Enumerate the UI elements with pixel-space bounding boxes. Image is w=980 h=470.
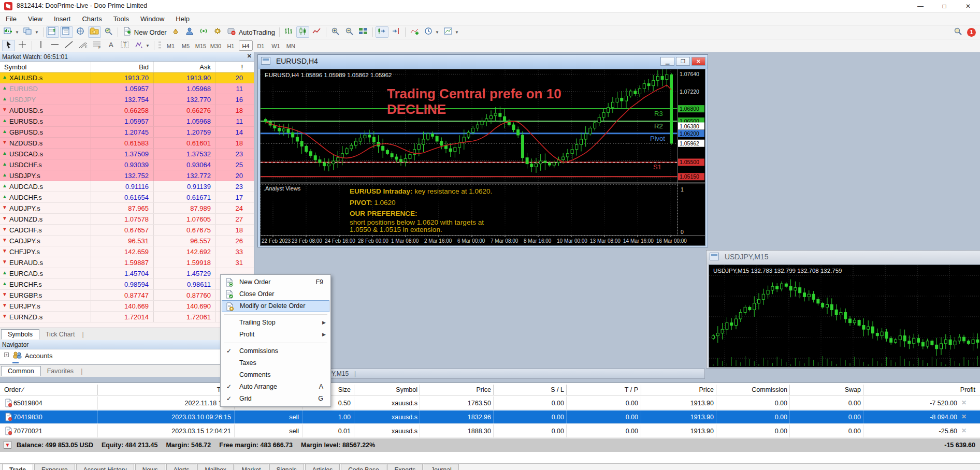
market-watch-row[interactable]: ▼EURGBP.s0.877470.87760 xyxy=(0,290,254,301)
tree-expand-icon[interactable]: + xyxy=(4,352,9,357)
menu-item-comments[interactable]: Comments xyxy=(222,369,329,381)
market-watch-row[interactable]: ▲GBPUSD.s1.207451.2075914 xyxy=(0,127,254,138)
order-row[interactable]: 650198042022.11.18 10:30.50xauusd.s1763.… xyxy=(0,396,980,410)
terminal-tab-exposure[interactable]: Exposure xyxy=(34,464,75,470)
market-watch-row[interactable]: ▲AUDCAD.s0.911160.9113923 xyxy=(0,181,254,192)
market-watch-row[interactable]: ▼AUDJPY.s87.96587.98924 xyxy=(0,203,254,214)
notification-badge[interactable]: 1 xyxy=(967,28,976,37)
chart-window-titlebar[interactable]: EURUSD,H4 ▁ ❐ ✕ xyxy=(258,55,708,69)
maximize-button[interactable]: □ xyxy=(932,0,956,12)
terminal-tab-alerts[interactable]: Alerts xyxy=(166,464,197,470)
market-watch-row[interactable]: ▼CHFJPY.s142.659142.69233 xyxy=(0,246,254,257)
new-order-button[interactable]: New Order xyxy=(121,26,168,38)
label-button[interactable]: T xyxy=(119,40,132,51)
timeframe-h1-button[interactable]: H1 xyxy=(224,40,238,51)
minimize-button[interactable]: — xyxy=(909,0,932,12)
terminal-tab-experts[interactable]: Experts xyxy=(387,464,423,470)
orders-column-header[interactable]: Size xyxy=(338,386,351,393)
orders-column-header[interactable]: Order ∕ xyxy=(4,386,24,393)
auto-scroll-button[interactable] xyxy=(376,26,388,38)
timeframe-m30-button[interactable]: M30 xyxy=(209,40,223,51)
vps-button[interactable] xyxy=(211,26,224,38)
new-chart-button[interactable]: ▼ xyxy=(2,26,21,38)
timeframe-w1-button[interactable]: W1 xyxy=(269,40,283,51)
timeframe-m5-button[interactable]: M5 xyxy=(179,40,193,51)
menu-item-close-order[interactable]: Close Order xyxy=(222,288,329,300)
close-icon[interactable]: ✕ xyxy=(247,53,252,60)
tile-windows-button[interactable] xyxy=(357,26,370,38)
eurusd-chart-area[interactable]: R3R2PivotS1Trading Central prefe on 10DE… xyxy=(260,69,705,246)
orders-column-header[interactable]: Profit xyxy=(960,386,975,393)
market-watch-row[interactable]: ▲USDJPY132.754132.77016 xyxy=(0,94,254,105)
menu-item-modify-or-delete-order[interactable]: Modify or Delete Order xyxy=(222,300,329,312)
channel-button[interactable]: E xyxy=(77,40,90,51)
terminal-toggle-button[interactable] xyxy=(88,26,101,38)
search-icon[interactable] xyxy=(953,27,963,37)
text-button[interactable]: A xyxy=(105,40,118,51)
market-watch-row[interactable]: ▲USDCHF.s0.930390.9306425 xyxy=(0,159,254,170)
close-order-icon[interactable]: ✕ xyxy=(961,427,967,434)
navigator-tab-common[interactable]: Common xyxy=(1,366,41,376)
market-watch-row[interactable]: ▲XAUUSD.s1913.701913.9020 xyxy=(0,72,254,83)
vline-button[interactable] xyxy=(35,40,48,51)
timeframe-mn-button[interactable]: MN xyxy=(284,40,298,51)
orders-column-header[interactable]: S / L xyxy=(551,386,564,393)
market-watch-row[interactable]: ▼EURNZD.s1.720141.72061 xyxy=(0,312,254,322)
market-watch-row[interactable]: ▲USDJPY.s132.752132.77220 xyxy=(0,170,254,181)
profiles-button[interactable]: ▼ xyxy=(22,26,40,38)
menu-item-commissions[interactable]: ✓Commissions xyxy=(222,345,329,357)
order-row[interactable]: 707700212023.03.15 12:04:21sell0.01xauus… xyxy=(0,424,980,438)
terminal-tab-account-history[interactable]: Account History xyxy=(76,464,134,470)
close-order-icon[interactable]: ✕ xyxy=(961,413,967,420)
trendline-button[interactable] xyxy=(63,40,76,51)
terminal-tab-code-base[interactable]: Code Base xyxy=(341,464,386,470)
menu-item-grid[interactable]: ✓GridG xyxy=(222,393,329,405)
menu-window[interactable]: Window xyxy=(135,13,170,25)
market-watch-column-spread[interactable]: ! xyxy=(241,63,243,71)
orders-column-header[interactable]: Commission xyxy=(752,386,787,393)
menu-item-taxes[interactable]: Taxes xyxy=(222,357,329,369)
zoom-out-button[interactable] xyxy=(343,26,356,38)
market-watch-tab-tick-chart[interactable]: Tick Chart xyxy=(39,330,81,340)
chart-close-button[interactable]: ✕ xyxy=(691,57,705,66)
terminal-tab-mailbox[interactable]: Mailbox xyxy=(197,464,233,470)
menu-help[interactable]: Help xyxy=(170,13,195,25)
shapes-button[interactable]: ▼ xyxy=(133,40,151,51)
terminal-tab-market[interactable]: Market xyxy=(235,464,268,470)
candlestick-chart-button[interactable] xyxy=(296,26,309,38)
market-watch-row[interactable]: ▼AUDNZD.s1.075781.0760527 xyxy=(0,214,254,225)
navigator-toggle-button[interactable] xyxy=(74,26,87,38)
menu-item-trailing-stop[interactable]: Trailing Stop▶ xyxy=(222,317,329,329)
timeframe-m15-button[interactable]: M15 xyxy=(194,40,208,51)
indicators-button[interactable] xyxy=(408,26,421,38)
market-watch-toggle-button[interactable] xyxy=(46,26,59,38)
market-watch-row[interactable]: ▼CADJPY.s96.53196.55726 xyxy=(0,236,254,246)
menu-item-profit[interactable]: Profit▶ xyxy=(222,329,329,341)
cursor-button[interactable] xyxy=(2,40,15,51)
market-watch-row[interactable]: ▲EURUSD.s1.059571.0596811 xyxy=(0,116,254,127)
data-window-toggle-button[interactable] xyxy=(60,26,73,38)
line-chart-button[interactable] xyxy=(310,26,323,38)
market-watch-row[interactable]: ▲EURCAD.s1.457041.45729 xyxy=(0,268,254,279)
usdjpy-chart-area[interactable]: USDJPY,M15 132.783 132.799 132.708 132.7… xyxy=(709,265,980,368)
market-watch-row[interactable]: ▼NZDUSD.s0.615830.6160118 xyxy=(0,138,254,149)
periods-button[interactable]: ▼ xyxy=(422,26,441,38)
market-watch-row[interactable]: ▲EURUSD1.059571.0596811 xyxy=(0,83,254,94)
navigator-item-accounts[interactable]: Accounts xyxy=(25,352,52,360)
strategy-tester-button[interactable] xyxy=(102,26,115,38)
market-watch-row[interactable]: ▼EURAUD.s1.598871.5991831 xyxy=(0,257,254,268)
market-watch-column-ask[interactable]: Ask xyxy=(199,63,211,71)
market-watch-row[interactable]: ▼AUDUSD.s0.662580.6627618 xyxy=(0,105,254,116)
terminal-tab-signals[interactable]: Signals xyxy=(269,464,304,470)
chart-window-titlebar[interactable]: USDJPY,M15 xyxy=(707,251,980,265)
orders-column-header[interactable]: Price xyxy=(699,386,714,393)
menu-file[interactable]: File xyxy=(0,13,22,25)
terminal-tab-news[interactable]: News xyxy=(135,464,165,470)
market-watch-row[interactable]: ▼CADCHF.s0.676570.6767518 xyxy=(0,225,254,236)
menu-insert[interactable]: Insert xyxy=(48,13,77,25)
menu-item-new-order[interactable]: New OrderF9 xyxy=(222,276,329,288)
terminal-tab-journal[interactable]: Journal xyxy=(424,464,458,470)
market-watch-row[interactable]: ▼EURJPY.s140.669140.690 xyxy=(0,301,254,312)
timeframe-d1-button[interactable]: D1 xyxy=(254,40,268,51)
menu-item-auto-arrange[interactable]: ✓Auto ArrangeA xyxy=(222,381,329,393)
